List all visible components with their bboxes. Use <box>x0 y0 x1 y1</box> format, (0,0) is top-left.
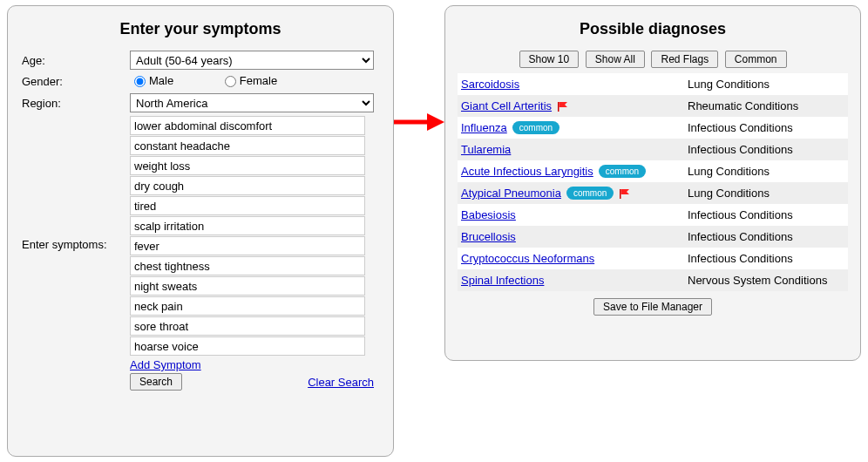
region-select[interactable]: North America <box>130 93 374 112</box>
show-10-button[interactable]: Show 10 <box>519 51 580 68</box>
diagnosis-row: Giant Cell ArteritisRheumatic Conditions <box>458 95 848 117</box>
symptom-input[interactable] <box>130 136 365 155</box>
gender-female-input[interactable] <box>225 76 236 87</box>
diagnosis-row: BabesiosisInfectious Conditions <box>458 204 848 226</box>
symptom-input[interactable] <box>130 256 365 275</box>
search-button[interactable]: Search <box>130 373 182 391</box>
arrow-icon <box>394 112 444 132</box>
symptoms-label: Enter symptoms: <box>20 116 130 251</box>
diagnosis-row: Acute Infectious LaryngitiscommonLung Co… <box>458 160 848 182</box>
save-to-file-manager-button[interactable]: Save to File Manager <box>593 298 712 316</box>
diagnosis-link[interactable]: Sarcoidosis <box>461 78 519 91</box>
gender-label: Gender: <box>20 75 130 88</box>
diagnosis-link[interactable]: Giant Cell Arteritis <box>461 99 552 112</box>
diagnosis-row: InfluenzacommonInfectious Conditions <box>458 117 848 139</box>
diagnosis-row: SarcoidosisLung Conditions <box>458 73 848 95</box>
common-badge: common <box>599 165 646 178</box>
diagnosis-category: Lung Conditions <box>688 78 844 91</box>
symptom-input[interactable] <box>130 296 365 316</box>
diagnosis-row: TularemiaInfectious Conditions <box>458 139 848 160</box>
gender-male-input[interactable] <box>134 76 146 87</box>
diagnosis-link[interactable]: Influenza <box>461 121 507 134</box>
common-button[interactable]: Common <box>725 51 787 68</box>
svg-rect-3 <box>620 189 621 199</box>
add-symptom-link[interactable]: Add Symptom <box>130 358 201 371</box>
diagnosis-link[interactable]: Cryptococcus Neoformans <box>461 252 594 265</box>
diagnosis-row: Spinal InfectionsNervous System Conditio… <box>458 269 848 291</box>
symptom-input[interactable] <box>130 216 365 235</box>
age-label: Age: <box>20 54 130 67</box>
diagnosis-link[interactable]: Tularemia <box>461 143 511 156</box>
diagnosis-link[interactable]: Acute Infectious Laryngitis <box>461 165 593 178</box>
common-badge: common <box>512 121 559 134</box>
diagnosis-category: Infectious Conditions <box>688 230 844 243</box>
diagnosis-category: Infectious Conditions <box>688 252 844 265</box>
gender-male-radio[interactable]: Male <box>130 73 173 87</box>
svg-marker-1 <box>427 113 444 131</box>
diagnosis-category: Infectious Conditions <box>688 121 844 134</box>
diagnoses-panel: Possible diagnoses Show 10 Show All Red … <box>444 5 861 361</box>
gender-female-radio[interactable]: Female <box>220 73 277 87</box>
symptom-input[interactable] <box>130 156 365 175</box>
symptom-input[interactable] <box>130 176 365 195</box>
show-all-button[interactable]: Show All <box>586 51 645 68</box>
red-flag-icon <box>619 188 631 199</box>
clear-search-link[interactable]: Clear Search <box>308 376 374 389</box>
symptom-panel-title: Enter your symptoms <box>20 20 381 38</box>
svg-rect-2 <box>558 102 559 112</box>
diagnosis-link[interactable]: Atypical Pneumonia <box>461 187 561 200</box>
diagnosis-category: Infectious Conditions <box>688 208 844 221</box>
symptom-input[interactable] <box>130 116 365 135</box>
diagnosis-row: Cryptococcus NeoformansInfectious Condit… <box>458 248 848 269</box>
red-flag-icon <box>557 101 569 112</box>
diagnosis-row: BrucellosisInfectious Conditions <box>458 226 848 248</box>
symptom-input[interactable] <box>130 236 365 255</box>
symptom-input[interactable] <box>130 196 365 215</box>
symptom-input[interactable] <box>130 336 365 356</box>
diagnosis-row: Atypical PneumoniacommonLung Conditions <box>458 182 848 204</box>
diagnosis-category: Lung Conditions <box>688 165 844 178</box>
red-flags-button[interactable]: Red Flags <box>651 51 718 68</box>
diagnosis-link[interactable]: Brucellosis <box>461 230 516 243</box>
diagnoses-panel-title: Possible diagnoses <box>458 20 848 38</box>
region-label: Region: <box>20 97 130 110</box>
symptom-entry-panel: Enter your symptoms Age: Adult (50-64 ye… <box>7 5 394 457</box>
diagnosis-category: Rheumatic Conditions <box>688 99 844 112</box>
diagnosis-link[interactable]: Spinal Infections <box>461 274 544 287</box>
diagnosis-link[interactable]: Babesiosis <box>461 208 516 221</box>
diagnosis-category: Lung Conditions <box>688 187 844 200</box>
age-select[interactable]: Adult (50-64 years) <box>130 51 374 70</box>
diagnosis-category: Infectious Conditions <box>688 143 844 156</box>
diagnosis-category: Nervous System Conditions <box>688 274 844 287</box>
common-badge: common <box>566 187 614 200</box>
symptom-input[interactable] <box>130 316 365 336</box>
symptom-input[interactable] <box>130 276 365 296</box>
